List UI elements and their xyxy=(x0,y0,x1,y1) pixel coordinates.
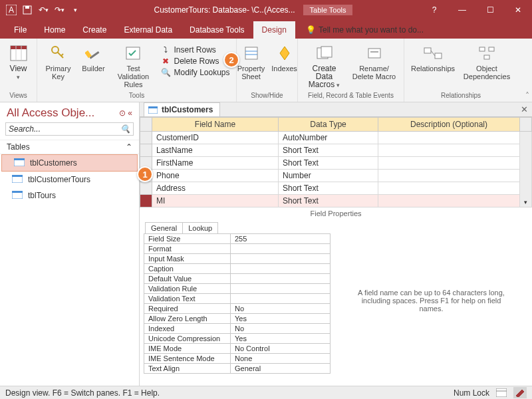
field-name-cell[interactable]: Address xyxy=(152,182,279,195)
object-dependencies-button[interactable]: Object Dependencies xyxy=(461,42,513,82)
field-name-cell[interactable]: MI xyxy=(152,195,279,207)
property-row[interactable]: Allow Zero LengthYes xyxy=(144,314,331,324)
prop-tab-general[interactable]: General xyxy=(145,222,183,233)
undo-icon[interactable]: ↶▾ xyxy=(36,3,51,17)
property-row[interactable]: Text AlignGeneral xyxy=(144,364,331,374)
field-row[interactable]: LastNameShort Text xyxy=(140,144,532,157)
property-row[interactable]: Unicode CompressionYes xyxy=(144,334,331,344)
redo-icon[interactable]: ↷▾ xyxy=(52,3,66,17)
tab-file[interactable]: File xyxy=(5,21,35,39)
field-name-cell[interactable]: Phone xyxy=(152,170,279,182)
property-row[interactable]: Input Mask xyxy=(144,254,331,264)
col-expand[interactable] xyxy=(520,118,532,132)
prop-value[interactable]: No Control xyxy=(231,344,331,354)
select-all[interactable] xyxy=(140,118,152,132)
description-cell[interactable] xyxy=(378,132,520,144)
row-selector[interactable] xyxy=(140,182,152,195)
field-row[interactable]: CustomerIDAutoNumber▾ xyxy=(140,132,532,144)
property-row[interactable]: Default Value xyxy=(144,274,331,284)
data-type-cell[interactable]: Short Text xyxy=(279,144,378,157)
prop-value[interactable]: No xyxy=(231,324,331,334)
delete-rows-button[interactable]: ✖Delete Rows xyxy=(158,56,231,66)
relationships-button[interactable]: Relationships xyxy=(409,42,457,74)
nav-item-tbltours[interactable]: tblTours xyxy=(0,188,139,203)
maximize-button[interactable]: ☐ xyxy=(480,5,500,15)
description-cell[interactable] xyxy=(378,144,520,157)
field-row[interactable]: AddressShort Text xyxy=(140,182,532,195)
view-datasheet-icon[interactable] xyxy=(496,388,507,397)
tab-design[interactable]: Design xyxy=(253,21,295,39)
view-button[interactable]: View▾ xyxy=(2,42,35,82)
property-row[interactable]: Format xyxy=(144,244,331,254)
property-row[interactable]: IME ModeNo Control xyxy=(144,344,331,354)
prop-value[interactable] xyxy=(231,294,331,304)
tab-home[interactable]: Home xyxy=(35,21,74,39)
field-row[interactable]: PhoneNumber xyxy=(140,170,532,182)
prop-value[interactable] xyxy=(231,244,331,254)
minimize-button[interactable]: — xyxy=(452,5,472,15)
property-row[interactable]: RequiredNo xyxy=(144,304,331,314)
rename-delete-macro-button[interactable]: Rename/ Delete Macro xyxy=(350,42,399,82)
prop-value[interactable] xyxy=(231,284,331,294)
property-row[interactable]: Validation Text xyxy=(144,294,331,304)
create-data-macros-button[interactable]: Create Data Macros ▾ xyxy=(303,42,346,90)
test-validation-button[interactable]: Test Validation Rules xyxy=(112,42,154,90)
property-row[interactable]: Caption xyxy=(144,264,331,274)
data-type-cell[interactable]: Short Text xyxy=(279,157,378,170)
property-row[interactable]: IME Sentence ModeNone xyxy=(144,354,331,364)
scroll-down-icon[interactable]: ▾ xyxy=(520,132,532,207)
prop-value[interactable]: No xyxy=(231,304,331,314)
primary-key-button[interactable]: Primary Key xyxy=(41,42,74,82)
row-selector[interactable] xyxy=(140,132,152,144)
property-row[interactable]: Field Size255 xyxy=(144,234,331,244)
prop-value[interactable]: Yes xyxy=(231,334,331,344)
field-name-cell[interactable]: FirstName xyxy=(152,157,279,170)
indexes-button[interactable]: Indexes xyxy=(271,42,299,74)
nav-dropdown-icon[interactable]: ⊙ « xyxy=(119,108,132,118)
builder-button[interactable]: Builder xyxy=(78,42,108,74)
nav-item-tblcustomers[interactable]: tblCustomers xyxy=(1,154,138,172)
prop-value[interactable] xyxy=(231,254,331,264)
prop-value[interactable] xyxy=(231,274,331,284)
field-name-cell[interactable]: LastName xyxy=(152,144,279,157)
modify-lookups-button[interactable]: 🔍Modify Lookups xyxy=(158,67,231,78)
description-cell[interactable] xyxy=(378,182,520,195)
nav-section-tables[interactable]: Tables⌃ xyxy=(0,140,139,154)
description-cell[interactable] xyxy=(378,157,520,170)
prop-value[interactable] xyxy=(231,264,331,274)
property-sheet-button[interactable]: Property Sheet xyxy=(236,42,267,82)
field-row[interactable]: MIShort Text xyxy=(140,195,532,207)
help-button[interactable]: ? xyxy=(424,5,444,15)
qat-more-icon[interactable]: ▾ xyxy=(68,3,82,17)
tab-dbtools[interactable]: Database Tools xyxy=(181,21,253,39)
ribbon-collapse-icon[interactable]: ˄ xyxy=(525,91,529,100)
document-close-icon[interactable]: ✕ xyxy=(521,104,528,114)
insert-rows-button[interactable]: ⤵Insert Rows xyxy=(158,45,231,55)
prop-value[interactable]: General xyxy=(231,364,331,374)
row-selector[interactable] xyxy=(140,195,152,207)
close-button[interactable]: ✕ xyxy=(508,5,528,15)
view-design-icon[interactable] xyxy=(513,387,527,398)
property-row[interactable]: IndexedNo xyxy=(144,324,331,334)
description-cell[interactable] xyxy=(378,170,520,182)
col-description[interactable]: Description (Optional) xyxy=(378,118,520,132)
nav-item-tblcustomertours[interactable]: tblCustomerTours xyxy=(0,172,139,188)
tell-me[interactable]: 💡Tell me what you want to do... xyxy=(299,21,430,39)
prop-value[interactable]: None xyxy=(231,354,331,364)
save-icon[interactable] xyxy=(20,3,35,17)
data-type-cell[interactable]: Short Text xyxy=(279,182,378,195)
col-fieldname[interactable]: Field Name xyxy=(152,118,279,132)
row-selector[interactable] xyxy=(140,144,152,157)
col-datatype[interactable]: Data Type xyxy=(279,118,378,132)
tab-create[interactable]: Create xyxy=(74,21,115,39)
data-type-cell[interactable]: AutoNumber xyxy=(279,132,378,144)
data-type-cell[interactable]: Short Text xyxy=(279,195,378,207)
document-tab[interactable]: tblCustomers xyxy=(144,102,220,116)
nav-search[interactable]: Search...🔍 xyxy=(5,122,134,136)
prop-value[interactable]: Yes xyxy=(231,314,331,324)
property-row[interactable]: Validation Rule xyxy=(144,284,331,294)
description-cell[interactable] xyxy=(378,195,520,207)
tab-externaldata[interactable]: External Data xyxy=(115,21,181,39)
nav-header[interactable]: All Access Obje... xyxy=(7,106,94,120)
prop-value[interactable]: 255 xyxy=(231,234,331,244)
